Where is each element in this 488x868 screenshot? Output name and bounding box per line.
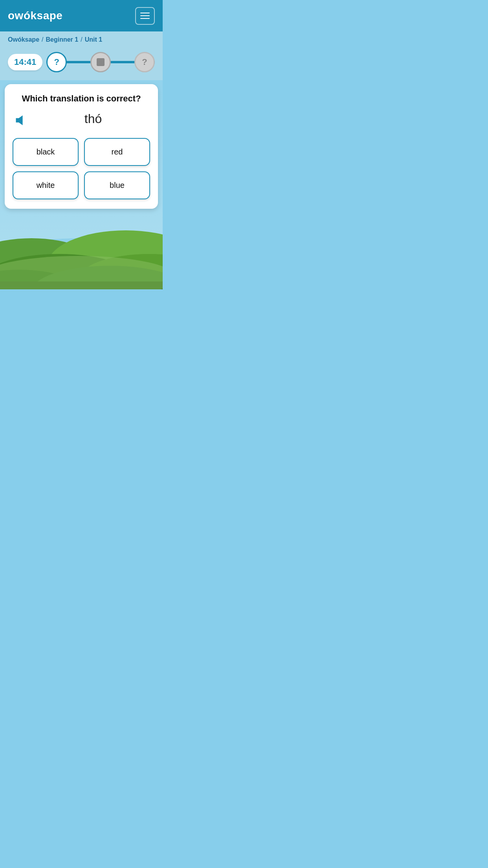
progress-track: ? ?: [46, 52, 155, 72]
hamburger-line-1: [140, 13, 150, 13]
app-title: owóksape: [8, 9, 62, 22]
notebook-icon: [97, 58, 105, 66]
timer-badge: 14:41: [8, 54, 42, 70]
app-header: owóksape: [0, 0, 163, 31]
step-circles: ? ?: [46, 52, 155, 72]
option-white[interactable]: white: [13, 171, 79, 199]
quiz-word: thó: [36, 112, 150, 126]
step-1-question[interactable]: ?: [46, 52, 67, 72]
hamburger-line-3: [140, 18, 150, 19]
hamburger-line-2: [140, 15, 150, 16]
step-3-icon: ?: [142, 57, 147, 67]
progress-area: 14:41 ? ?: [0, 48, 163, 80]
option-red[interactable]: red: [84, 138, 150, 166]
option-black[interactable]: black: [13, 138, 79, 166]
breadcrumb: Owóksape / Beginner 1 / Unit 1: [8, 36, 155, 43]
options-grid: black red white blue: [13, 138, 150, 199]
svg-marker-0: [16, 115, 23, 125]
breadcrumb-item-unit[interactable]: Unit 1: [85, 36, 102, 43]
audio-button[interactable]: [13, 112, 30, 130]
breadcrumb-sep-1: /: [42, 36, 43, 43]
step-3-question[interactable]: ?: [134, 52, 155, 72]
breadcrumb-item-home[interactable]: Owóksape: [8, 36, 39, 43]
audio-section: thó: [13, 112, 150, 130]
option-blue[interactable]: blue: [84, 171, 150, 199]
breadcrumb-bar: Owóksape / Beginner 1 / Unit 1: [0, 31, 163, 48]
question-title: Which translation is correct?: [13, 94, 150, 104]
breadcrumb-item-level[interactable]: Beginner 1: [46, 36, 78, 43]
step-1-icon: ?: [54, 57, 59, 67]
quiz-card: Which translation is correct? thó black …: [5, 84, 158, 209]
word-display: thó: [36, 112, 150, 126]
breadcrumb-sep-2: /: [81, 36, 82, 43]
svg-point-10: [0, 256, 163, 289]
speaker-icon: [14, 113, 28, 127]
menu-button[interactable]: [135, 7, 155, 25]
step-2-notebook[interactable]: [90, 52, 111, 72]
